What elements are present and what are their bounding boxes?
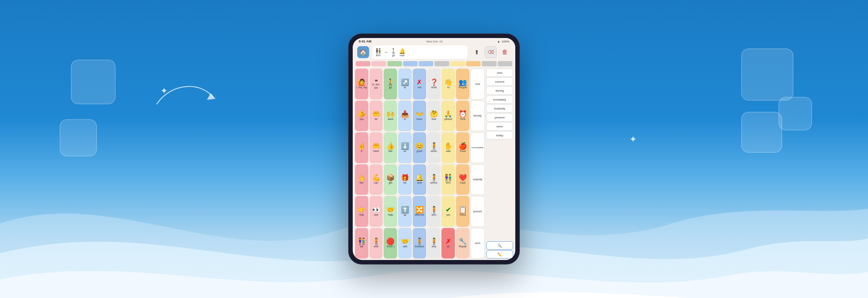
cell-where[interactable]: 🧍 where [427, 164, 441, 195]
cell-this[interactable]: 👆 this [355, 164, 368, 195]
status-date: Wed Dec 15 [426, 40, 443, 43]
word-btn-instantly[interactable]: instantly [486, 104, 513, 112]
pencil-button[interactable]: ✏️ [486, 250, 513, 259]
deco-rect-4 [741, 112, 782, 153]
cell-when[interactable]: 🧍 when [427, 132, 441, 163]
cell-different[interactable]: 🔀 different [413, 196, 426, 227]
right-panel: now current during immediately instantly… [486, 69, 513, 259]
category-tab-0[interactable] [356, 61, 370, 66]
cell-hi[interactable]: 👋 hi [441, 69, 455, 99]
status-indicators: ▲ 100% [497, 40, 509, 43]
cell-get[interactable]: 📦 get [384, 164, 397, 195]
cell-well[interactable]: 🧍 well [369, 228, 383, 259]
search-button[interactable]: 🔍 [486, 241, 513, 250]
cell-why[interactable]: 🧍 why [427, 228, 441, 259]
sparkle-decoration-2: ✦ [629, 134, 637, 145]
category-tab-2[interactable] [387, 61, 402, 66]
cell-now-3[interactable]: 🔔 now [413, 164, 426, 195]
cell-more[interactable]: 👐 more [413, 101, 426, 131]
cell-present[interactable]: present [471, 196, 485, 227]
cell-on[interactable]: ⬇️ on [398, 132, 412, 163]
cell-who[interactable]: 🧍 who [427, 196, 441, 227]
cell-lets[interactable]: 👫 let's [441, 164, 455, 195]
category-tab-1[interactable] [371, 61, 386, 66]
cell-not[interactable]: ✗ not [413, 69, 426, 99]
deco-rect-2 [60, 119, 97, 156]
category-tab-6[interactable] [450, 61, 465, 66]
cell-help[interactable]: 🤝 help [384, 196, 397, 227]
cell-can[interactable]: 💪 can [369, 164, 383, 195]
sentence-word-lets[interactable]: 👫 let's [375, 48, 381, 57]
sentence-arrow: → [384, 50, 388, 55]
cell-people[interactable]: 👥 People [456, 69, 469, 99]
search-area: 🔍 ✏️ [486, 241, 513, 259]
cell-i-me-my[interactable]: 🙋 I, me, my [355, 69, 368, 99]
share-button[interactable]: ⬆ [471, 46, 482, 58]
cell-is-am-are[interactable]: ＝ is, am, are [369, 69, 383, 99]
cell-time[interactable]: ⏰ Time [456, 101, 469, 131]
cell-you[interactable]: 🫵 you [355, 101, 368, 131]
cell-please[interactable]: 🙏 please [441, 101, 455, 131]
ipad-device: 9:41 AM Wed Dec 15 ▲ 100% 🏠 👫 let's [348, 34, 520, 264]
cell-that[interactable]: 👉 that [355, 196, 368, 227]
cell-wait[interactable]: ✋ wait [441, 132, 455, 163]
cell-instantly[interactable]: instantly [471, 164, 485, 195]
word-btn-now[interactable]: now [486, 69, 513, 77]
cell-want[interactable]: 🙌 want [384, 101, 397, 131]
trash-button[interactable]: 🗑 [499, 46, 511, 58]
cell-food[interactable]: 🍎 Food [456, 132, 469, 163]
word-btn-today[interactable]: today [486, 131, 513, 139]
cell-what[interactable]: ❓ what [427, 69, 441, 99]
cell-go[interactable]: 🚶 go [384, 69, 397, 99]
cell-have[interactable]: 🤲 have [369, 132, 383, 163]
word-btn-immediately[interactable]: immediately [486, 95, 513, 104]
symbol-grid: 🙋 I, me, my ＝ is, am, are 🚶 go ↗️ to [355, 69, 485, 259]
word-btn-present[interactable]: present [486, 113, 513, 121]
word-btn-current[interactable]: current [486, 77, 513, 86]
backspace-button[interactable]: ⌫ [485, 46, 497, 58]
category-tab-8[interactable] [482, 61, 496, 66]
cell-yes[interactable]: ✔ yes [441, 196, 455, 227]
category-tab-7[interactable] [466, 61, 481, 66]
home-icon: 🏠 [359, 49, 367, 56]
status-time: 9:41 AM [359, 39, 371, 43]
word-btn-during[interactable]: during [486, 86, 513, 95]
cell-immediately[interactable]: immediately [471, 132, 485, 163]
cell-to[interactable]: ↗️ to [398, 69, 412, 99]
cell-repair[interactable]: 🔧 Repair [456, 228, 469, 259]
cell-we[interactable]: 👫 we [355, 228, 368, 259]
cell-directly[interactable]: directly [471, 101, 485, 131]
sentence-word-now[interactable]: 🔔 now [399, 48, 405, 57]
cell-how[interactable]: 🤔 how [427, 101, 441, 131]
cell-now-0[interactable]: now [471, 69, 485, 99]
deco-rect-1 [71, 60, 116, 104]
cell-see[interactable]: 👀 see [369, 196, 383, 227]
cell-good[interactable]: 😊 good [413, 132, 426, 163]
cell-it[interactable]: ☝️ it [355, 132, 368, 163]
status-bar: 9:41 AM Wed Dec 15 ▲ 100% [353, 38, 515, 44]
category-tab-9[interactable] [498, 61, 512, 66]
battery-icon: 100% [502, 40, 509, 43]
cell-plans[interactable]: 📋 Plans [456, 196, 469, 227]
cell-soon[interactable]: soon [471, 228, 485, 259]
category-tab-4[interactable] [419, 61, 433, 66]
sentence-bar[interactable]: 👫 let's → 🚶 go 🔔 now [372, 45, 468, 59]
cell-for[interactable]: 🎁 for [398, 164, 412, 195]
cell-care[interactable]: ❤️ Care [456, 164, 469, 195]
category-tab-3[interactable] [403, 61, 418, 66]
toolbar-actions: ⬆ ⌫ 🗑 [471, 46, 511, 58]
wifi-icon: ▲ [497, 40, 500, 43]
cell-do[interactable]: 🤲 do [369, 101, 383, 131]
cell-stop[interactable]: 🛑 SToP | [384, 228, 397, 259]
word-btn-soon[interactable]: soon [486, 122, 513, 130]
cell-finished[interactable]: 🧍 finished [413, 228, 426, 259]
sentence-word-go[interactable]: 🚶 go [390, 48, 397, 57]
home-button[interactable]: 🏠 [357, 46, 369, 58]
cell-up[interactable]: ⬆️ up [398, 196, 412, 227]
cell-in[interactable]: 📥 in [398, 101, 412, 131]
cell-with[interactable]: 🤝 with [398, 228, 412, 259]
cell-no[interactable]: ✗ no [441, 228, 455, 259]
grid-area: 🙋 I, me, my ＝ is, am, are 🚶 go ↗️ to [353, 67, 515, 260]
cell-like[interactable]: 👍 like [384, 132, 397, 163]
category-tab-5[interactable] [434, 61, 449, 66]
